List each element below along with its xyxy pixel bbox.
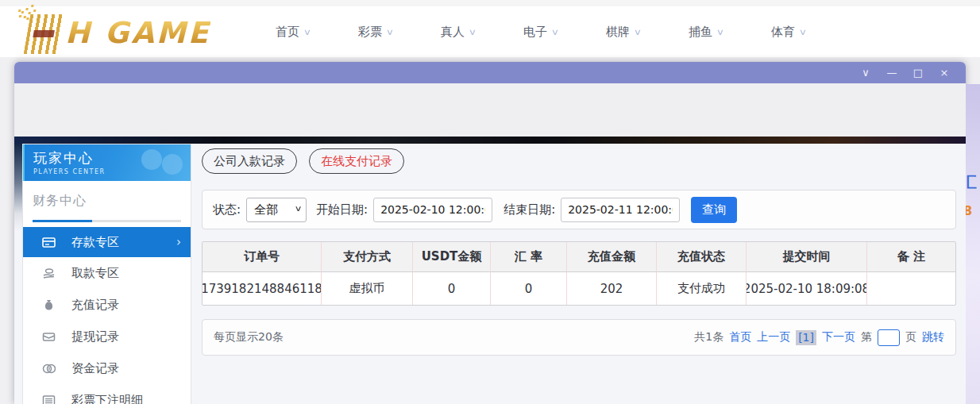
sidebar-item-recharge-records[interactable]: 充值记录 [23,289,191,321]
sidebar-item-deposit-zone[interactable]: 存款专区 › [23,227,191,257]
sidebar-item-label: 资金记录 [71,361,119,376]
main-content: 公司入款记录 在线支付记录 状态: 全部 ∨ 开始日期: 结束日期: 查询 [192,144,966,404]
sidebar-item-funds-records[interactable]: 资金记录 [23,352,191,384]
logo-bars-icon [24,14,66,54]
first-page-link[interactable]: 首页 [729,330,751,344]
window-close-icon[interactable]: × [936,62,953,83]
nav-item-chess[interactable]: 棋牌 ∨ [582,25,665,40]
col-recharge-amount: 充值金额 [567,242,657,271]
background-text-fragment: 汇 [966,171,977,193]
chevron-down-icon: ∨ [303,27,311,37]
page-top-strip [0,0,980,6]
per-page-label: 每页显示20条 [214,330,284,344]
chevron-down-icon: ∨ [386,27,394,37]
window-minimize-icon[interactable]: — [883,62,901,83]
gamepad-watermark-icon [140,148,184,175]
page-jump-input[interactable] [878,329,900,346]
deposit-card-icon [42,236,56,249]
banner-left-rail [14,144,22,231]
sidebar: 玩家中心 PLAYERS CENTER 财务中心 存款专区 › [22,144,191,404]
col-submit-time: 提交时间 [747,242,867,271]
section-underline [33,220,181,222]
nav-item-slots[interactable]: 电子 ∨ [500,25,582,40]
cell-order-number: 1739182148846118 [203,271,322,305]
nav-item-sports[interactable]: 体育 ∨ [747,25,830,40]
nav-item-fishing[interactable]: 捕鱼 ∨ [665,25,747,40]
banner-image-edge [14,137,966,144]
pagination-bar: 每页显示20条 共1条 首页 上一页 [1] 下一页 第 页 跳转 [202,319,956,356]
cell-usdt-amount: 0 [413,271,491,305]
chevron-right-icon: › [176,235,181,249]
record-tabs: 公司入款记录 在线支付记录 [202,148,956,174]
site-header: H GAME 首页 ∨ 彩票 ∨ 真人 ∨ 电子 ∨ 棋牌 ∨ 捕鱼 ∨ 体育 … [0,6,980,57]
sidebar-section: 财务中心 [23,181,191,222]
nav-item-home[interactable]: 首页 ∨ [252,25,334,40]
window-titlebar: ∨ — □ × [14,62,966,83]
cell-payment-method: 虚拟币 [322,271,413,305]
logo[interactable]: H GAME [27,10,210,54]
filter-bar: 状态: 全部 ∨ 开始日期: 结束日期: 查询 [202,190,956,229]
funds-coins-icon [42,362,56,375]
sidebar-item-withdrawal-records[interactable]: 提现记录 [23,321,191,352]
logo-text: H GAME [65,13,210,54]
window-banner-area [14,83,966,137]
next-page-link[interactable]: 下一页 [822,330,855,344]
start-date-label: 开始日期: [316,202,368,217]
col-order-number: 订单号 [203,242,322,271]
tab-company-deposit-records[interactable]: 公司入款记录 [202,148,297,174]
total-count-label: 共1条 [694,330,723,344]
end-date-input[interactable] [561,198,680,222]
col-exchange-rate: 汇 率 [491,242,567,271]
cell-submit-time: 2025-02-10 18:09:08 [747,271,867,305]
sidebar-item-label: 存款专区 [71,235,119,250]
sidebar-item-label: 取款专区 [71,266,119,281]
col-payment-method: 支付方式 [322,242,413,271]
current-page-indicator: [1] [796,330,816,345]
player-center-window: ∨ — □ × 玩家中心 PLAYERS CENTER 财务中心 [14,62,966,404]
cell-exchange-rate: 0 [491,271,567,305]
table-row: 1739182148846118 虚拟币 0 0 202 支付成功 2025-0… [203,271,955,305]
nav-item-lottery[interactable]: 彩票 ∨ [334,25,417,40]
window-collapse-icon[interactable]: ∨ [857,62,874,83]
cell-remarks [867,271,955,305]
end-date-label: 结束日期: [504,202,555,217]
col-recharge-status: 充值状态 [657,242,747,271]
start-date-input[interactable] [373,198,492,222]
tab-online-payment-records[interactable]: 在线支付记录 [309,148,404,174]
wallet-icon [42,330,56,344]
chevron-down-icon: ∨ [716,27,724,37]
jump-label-post: 页 [905,330,916,344]
withdraw-hand-icon [42,267,56,280]
nav-item-live[interactable]: 真人 ∨ [417,25,500,40]
cell-recharge-amount: 202 [567,271,657,305]
pagination-controls: 共1条 首页 上一页 [1] 下一页 第 页 跳转 [694,329,944,346]
jump-go-link[interactable]: 跳转 [922,330,944,344]
sidebar-menu: 存款专区 › 取款专区 充值记录 [23,227,191,404]
table-body: 1739182148846118 虚拟币 0 0 202 支付成功 2025-0… [203,271,955,305]
sidebar-item-label: 彩票下注明细 [71,393,143,404]
col-usdt-amount: USDT金额 [413,242,491,271]
prev-page-link[interactable]: 上一页 [757,330,790,344]
sidebar-header: 玩家中心 PLAYERS CENTER [23,144,191,181]
background-text-fragment: 8 [966,203,972,218]
status-select[interactable]: 全部 [246,198,307,222]
sidebar-item-lottery-bet-details[interactable]: 彩票下注明细 [23,384,191,404]
list-icon [42,394,56,404]
sidebar-item-withdraw-zone[interactable]: 取款专区 [23,257,191,289]
background-page-strip: 汇 8 [966,84,980,404]
finance-center-label: 财务中心 [33,193,181,210]
col-remarks: 备 注 [867,242,955,271]
search-button[interactable]: 查询 [691,197,737,223]
main-nav: 首页 ∨ 彩票 ∨ 真人 ∨ 电子 ∨ 棋牌 ∨ 捕鱼 ∨ 体育 ∨ [252,25,830,40]
moneybag-icon [42,298,56,312]
sidebar-item-label: 充值记录 [71,298,119,313]
window-maximize-icon[interactable]: □ [909,62,927,83]
sidebar-item-label: 提现记录 [71,329,119,344]
chevron-down-icon: ∨ [799,27,807,37]
cell-recharge-status: 支付成功 [657,271,747,305]
chevron-down-icon: ∨ [634,27,642,37]
status-label: 状态: [213,202,241,217]
chevron-down-icon: ∨ [469,27,476,37]
records-table: 订单号 支付方式 USDT金额 汇 率 充值金额 充值状态 提交时间 备 注 1… [202,241,956,306]
status-select-wrap: 全部 ∨ [246,198,307,222]
